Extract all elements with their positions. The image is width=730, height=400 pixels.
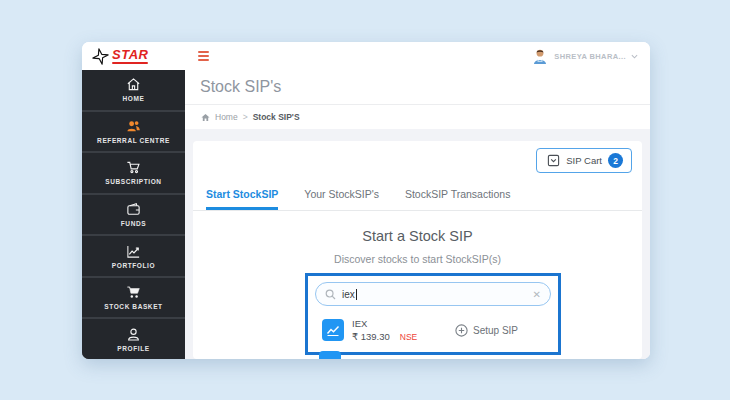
chevron-down-icon: [631, 53, 638, 60]
chart-line-icon: [126, 244, 141, 259]
section-subheading: Discover stocks to start StockSIP(s): [193, 253, 642, 265]
sidebar-item-profile[interactable]: PROFILE: [82, 317, 185, 359]
text-cursor: [356, 289, 357, 300]
brand-name: STAR: [112, 48, 148, 61]
top-navbar: STAR SHREYA BHARA...: [82, 42, 650, 70]
sip-cart-label: SIP Cart: [566, 155, 602, 166]
page-header: Stock SIP's: [185, 70, 650, 105]
home-icon: [126, 77, 141, 92]
highlight-annotation-box: iex ✕ IEX: [305, 273, 561, 355]
main-content: Stock SIP's Home > Stock SIP'S: [185, 70, 650, 359]
tab-bar: Start StockSIP Your StockSIP's StockSIP …: [193, 188, 642, 211]
section-heading: Start a Stock SIP: [193, 228, 642, 244]
setup-sip-label: Setup SIP: [473, 325, 518, 336]
sip-cart-count-badge: 2: [608, 153, 623, 168]
star-logo-icon: [92, 48, 109, 65]
content-area: SIP Cart 2 Start StockSIP Your StockSIP'…: [185, 129, 650, 359]
brand-underline: [112, 62, 148, 64]
user-name: SHREYA BHARA...: [554, 52, 626, 61]
stock-search-input[interactable]: iex ✕: [315, 282, 551, 306]
app-window: STAR SHREYA BHARA...: [82, 42, 650, 359]
sidebar-item-home[interactable]: HOME: [82, 70, 185, 110]
clear-search-icon[interactable]: ✕: [533, 289, 541, 300]
tab-stocksip-transactions[interactable]: StockSIP Transactions: [405, 188, 510, 210]
sidebar-item-referral-centre[interactable]: REFERRAL CENTRE: [82, 110, 185, 152]
tab-start-stocksip[interactable]: Start StockSIP: [206, 188, 278, 210]
content-card: SIP Cart 2 Start StockSIP Your StockSIP'…: [193, 141, 642, 359]
basket-cart-icon: [126, 285, 141, 300]
breadcrumb-separator: >: [243, 112, 248, 122]
sidebar-item-stock-basket[interactable]: STOCK BASKET: [82, 276, 185, 318]
person-icon: [126, 327, 141, 342]
stock-price: ₹ 139.30: [352, 331, 390, 342]
sidebar-nav: HOME REFERRAL CENTRE SUBSCRIPTION: [82, 70, 185, 359]
page-title: Stock SIP's: [200, 78, 281, 96]
stock-exchange-badge: NSE: [400, 332, 417, 342]
stock-chart-icon: [322, 319, 344, 341]
sip-cart-button[interactable]: SIP Cart 2: [536, 148, 632, 173]
hamburger-menu-icon[interactable]: [198, 51, 209, 61]
search-input-value: iex: [342, 289, 355, 300]
stock-result-row[interactable]: IEX ₹ 139.30 NSE: [315, 318, 551, 342]
search-icon: [325, 289, 336, 300]
tab-your-stocksips[interactable]: Your StockSIP's: [304, 188, 379, 210]
breadcrumb-home-link[interactable]: Home: [215, 112, 238, 122]
next-stock-chart-icon: [319, 351, 341, 359]
sidebar-item-funds[interactable]: FUNDS: [82, 193, 185, 235]
sidebar-item-subscription[interactable]: SUBSCRIPTION: [82, 151, 185, 193]
user-menu[interactable]: SHREYA BHARA...: [531, 47, 638, 65]
home-icon: [201, 113, 210, 122]
brand-logo[interactable]: STAR: [92, 48, 148, 65]
sip-cart-box-icon: [547, 154, 560, 167]
wallet-icon: [126, 202, 141, 217]
plus-circle-icon: [455, 324, 468, 337]
user-avatar: [531, 47, 549, 65]
breadcrumb: Home > Stock SIP'S: [185, 105, 650, 129]
stock-symbol: IEX: [352, 318, 417, 329]
cart-outline-icon: [126, 160, 141, 175]
referral-people-icon: [126, 119, 141, 134]
sidebar-item-portfolio[interactable]: PORTFOLIO: [82, 234, 185, 276]
setup-sip-button[interactable]: Setup SIP: [455, 324, 518, 337]
breadcrumb-current: Stock SIP'S: [253, 112, 300, 122]
